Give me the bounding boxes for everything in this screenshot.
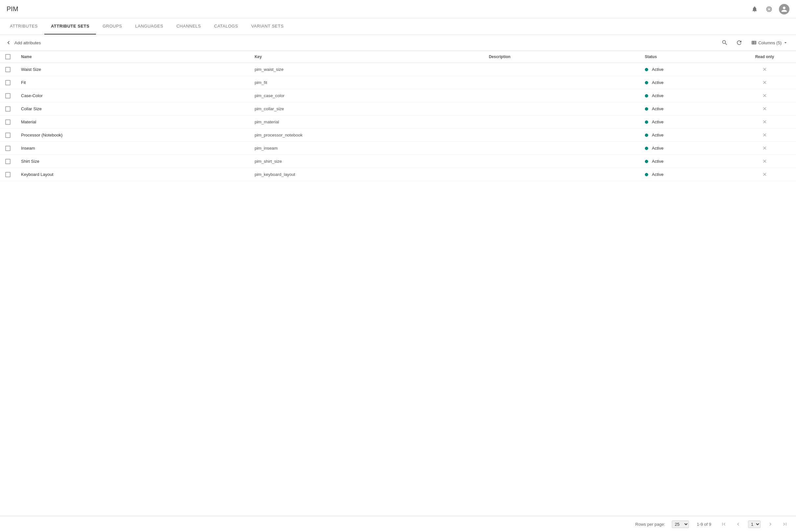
close-icon-1[interactable]: ✕ bbox=[762, 80, 767, 85]
row-checkbox-5[interactable] bbox=[0, 129, 16, 142]
cell-readonly-1: ✕ bbox=[733, 76, 796, 89]
tab-attribute-sets[interactable]: ATTRIBUTE SETS bbox=[44, 18, 96, 35]
nav-tabs: ATTRIBUTES ATTRIBUTE SETS GROUPS LANGUAG… bbox=[0, 18, 796, 35]
columns-label: Columns (5) bbox=[758, 40, 781, 45]
cell-description-2 bbox=[484, 89, 640, 102]
cell-status-4: Active bbox=[640, 115, 733, 129]
cell-readonly-4: ✕ bbox=[733, 115, 796, 129]
cell-key-7: pim_shirt_size bbox=[249, 155, 484, 168]
user-avatar[interactable] bbox=[779, 4, 790, 15]
close-icon-0[interactable]: ✕ bbox=[762, 66, 767, 72]
select-all-checkbox[interactable] bbox=[0, 51, 16, 63]
settings-icon[interactable] bbox=[764, 5, 774, 14]
cell-name-6: Inseam bbox=[16, 142, 249, 155]
cell-name-1: Fit bbox=[16, 76, 249, 89]
refresh-icon bbox=[736, 39, 742, 46]
status-text-0: Active bbox=[652, 67, 663, 72]
status-text-2: Active bbox=[652, 94, 663, 98]
status-text-6: Active bbox=[652, 146, 663, 151]
col-header-status: Status bbox=[640, 51, 733, 63]
row-checkbox-4[interactable] bbox=[0, 115, 16, 129]
col-header-description: Description bbox=[484, 51, 640, 63]
cell-readonly-7: ✕ bbox=[733, 155, 796, 168]
close-icon-7[interactable]: ✕ bbox=[762, 158, 767, 164]
tab-variant-sets[interactable]: VARIANT SETS bbox=[245, 18, 290, 35]
add-attributes-button[interactable]: Add attributes bbox=[5, 39, 41, 46]
cell-status-8: Active bbox=[640, 168, 733, 181]
close-icon-6[interactable]: ✕ bbox=[762, 146, 767, 151]
cell-key-8: pim_keyboard_layout bbox=[249, 168, 484, 181]
cell-readonly-2: ✕ bbox=[733, 89, 796, 102]
header: PIM bbox=[0, 0, 796, 18]
table-row: Keyboard Layout pim_keyboard_layout Acti… bbox=[0, 168, 796, 181]
cell-description-4 bbox=[484, 115, 640, 129]
cell-description-7 bbox=[484, 155, 640, 168]
data-table: Name Key Description Status Read only Wa… bbox=[0, 51, 796, 181]
cell-readonly-0: ✕ bbox=[733, 63, 796, 76]
cell-name-4: Material bbox=[16, 115, 249, 129]
status-dot-0 bbox=[645, 68, 648, 71]
cell-key-4: pim_material bbox=[249, 115, 484, 129]
cell-status-5: Active bbox=[640, 129, 733, 142]
table-row: Collar Size pim_collar_size Active ✕ bbox=[0, 102, 796, 115]
toolbar: Add attributes Columns (5) bbox=[0, 35, 796, 51]
table-row: Fit pim_fit Active ✕ bbox=[0, 76, 796, 89]
close-icon-8[interactable]: ✕ bbox=[762, 172, 767, 177]
status-dot-4 bbox=[645, 120, 648, 124]
cell-name-0: Waist Size bbox=[16, 63, 249, 76]
tab-attributes[interactable]: ATTRIBUTES bbox=[3, 18, 44, 35]
cell-status-7: Active bbox=[640, 155, 733, 168]
row-checkbox-8[interactable] bbox=[0, 168, 16, 181]
close-icon-4[interactable]: ✕ bbox=[762, 119, 767, 125]
row-checkbox-6[interactable] bbox=[0, 142, 16, 155]
status-text-7: Active bbox=[652, 159, 663, 164]
cell-description-5 bbox=[484, 129, 640, 142]
status-dot-8 bbox=[645, 173, 648, 176]
search-button[interactable] bbox=[720, 37, 730, 48]
table-header-row: Name Key Description Status Read only bbox=[0, 51, 796, 63]
cell-key-2: pim_case_color bbox=[249, 89, 484, 102]
cell-status-0: Active bbox=[640, 63, 733, 76]
close-icon-2[interactable]: ✕ bbox=[762, 93, 767, 98]
cell-key-6: pim_inseam bbox=[249, 142, 484, 155]
cell-name-3: Collar Size bbox=[16, 102, 249, 115]
cell-status-3: Active bbox=[640, 102, 733, 115]
close-icon-3[interactable]: ✕ bbox=[762, 106, 767, 112]
table-row: Inseam pim_inseam Active ✕ bbox=[0, 142, 796, 155]
cell-key-0: pim_waist_size bbox=[249, 63, 484, 76]
row-checkbox-0[interactable] bbox=[0, 63, 16, 76]
cell-readonly-5: ✕ bbox=[733, 129, 796, 142]
cell-readonly-8: ✕ bbox=[733, 168, 796, 181]
col-header-readonly: Read only bbox=[733, 51, 796, 63]
search-icon bbox=[721, 39, 728, 46]
status-dot-3 bbox=[645, 107, 648, 111]
row-checkbox-2[interactable] bbox=[0, 89, 16, 102]
table-row: Shirt Size pim_shirt_size Active ✕ bbox=[0, 155, 796, 168]
status-text-8: Active bbox=[652, 172, 663, 177]
cell-key-3: pim_collar_size bbox=[249, 102, 484, 115]
cell-description-0 bbox=[484, 63, 640, 76]
row-checkbox-1[interactable] bbox=[0, 76, 16, 89]
tab-languages[interactable]: LANGUAGES bbox=[129, 18, 170, 35]
cell-description-6 bbox=[484, 142, 640, 155]
columns-icon bbox=[751, 40, 757, 45]
notifications-icon[interactable] bbox=[750, 5, 759, 14]
status-text-3: Active bbox=[652, 107, 663, 112]
col-header-key: Key bbox=[249, 51, 484, 63]
tab-groups[interactable]: GROUPS bbox=[96, 18, 128, 35]
col-header-name: Name bbox=[16, 51, 249, 63]
cell-description-3 bbox=[484, 102, 640, 115]
close-icon-5[interactable]: ✕ bbox=[762, 132, 767, 138]
tab-channels[interactable]: CHANNELS bbox=[170, 18, 207, 35]
status-dot-7 bbox=[645, 160, 648, 163]
row-checkbox-7[interactable] bbox=[0, 155, 16, 168]
refresh-button[interactable] bbox=[734, 37, 744, 48]
columns-button[interactable]: Columns (5) bbox=[748, 38, 791, 47]
row-checkbox-3[interactable] bbox=[0, 102, 16, 115]
status-dot-2 bbox=[645, 94, 648, 97]
status-text-5: Active bbox=[652, 133, 663, 138]
app-logo: PIM bbox=[6, 5, 18, 13]
tab-catalogs[interactable]: CATALOGS bbox=[207, 18, 245, 35]
cell-name-2: Case-Color bbox=[16, 89, 249, 102]
status-dot-6 bbox=[645, 147, 648, 150]
